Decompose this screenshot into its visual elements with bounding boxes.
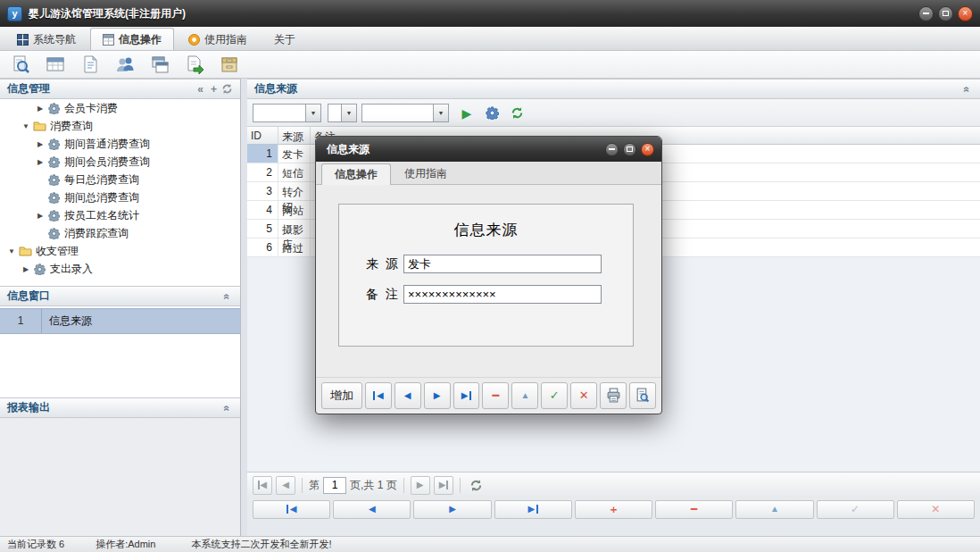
info-window-item-selected[interactable]: 1 信息来源 [0, 308, 240, 334]
tree-item-consume-track-query[interactable]: 消费跟踪查询 [0, 224, 240, 242]
tree-item-daily-total-query[interactable]: 每日总消费查询 [0, 171, 240, 188]
source-input[interactable] [403, 255, 602, 273]
expand-arrow-icon[interactable]: ▶ [34, 105, 46, 113]
delete-record-button[interactable]: ━ [655, 500, 733, 519]
dialog-first-button[interactable]: ◀ [365, 382, 392, 409]
filter-field-combo[interactable]: ▼ [253, 104, 321, 122]
dialog-tab-user-guide[interactable]: 使用指南 [391, 163, 461, 184]
query-icon [46, 227, 62, 239]
page-input[interactable] [323, 477, 346, 494]
tree-item-consume-query[interactable]: ▼ 消费查询 [0, 117, 240, 135]
dialog-print-button[interactable] [600, 382, 627, 409]
reload-page-button[interactable] [467, 476, 486, 495]
dialog-close-button[interactable]: × [641, 143, 654, 156]
refresh-icon[interactable] [220, 82, 234, 96]
cell-id: 4 [247, 201, 278, 219]
last-page-button[interactable]: ▶ [434, 476, 453, 495]
prev-page-button[interactable]: ◀ [276, 476, 295, 495]
dialog-prev-button[interactable]: ◀ [394, 382, 421, 409]
tree-item-label: 按员工姓名统计 [64, 208, 139, 223]
nav-next-button[interactable]: ▶ [413, 500, 491, 519]
tree-item-label: 消费查询 [50, 119, 93, 134]
archive-button[interactable] [218, 53, 241, 76]
row-label: 信息来源 [42, 314, 92, 329]
cell-id: 6 [247, 238, 278, 256]
dialog-title: 信息来源 [327, 142, 370, 157]
tab-about[interactable]: 关于 [262, 28, 308, 50]
tree-item-by-staff-stats[interactable]: ▶ 按员工姓名统计 [0, 206, 240, 224]
dialog-minimize-button[interactable] [605, 143, 619, 156]
dialog-confirm-button[interactable]: ✓ [541, 382, 568, 409]
separator [302, 478, 303, 493]
dialog-print-preview-button[interactable] [629, 382, 656, 409]
export-button[interactable] [183, 53, 206, 76]
tree-item-period-member-query[interactable]: ▶ 期间会员消费查询 [0, 153, 240, 171]
nav-first-button[interactable]: ◀ [253, 500, 330, 519]
nav-last-button[interactable]: ▶ [494, 500, 572, 519]
add-record-button[interactable]: ＋ [575, 500, 652, 519]
tree-item-expense-entry[interactable]: ▶ 支出录入 [0, 260, 240, 278]
x-icon: ✕ [931, 503, 940, 515]
expand-arrow-icon[interactable]: ▶ [34, 212, 46, 220]
next-page-button[interactable]: ▶ [411, 476, 430, 495]
x-icon: ✕ [579, 389, 589, 402]
dialog-next-button[interactable]: ▶ [424, 382, 451, 409]
dialog-cancel-button[interactable]: ✕ [570, 382, 597, 409]
chevron-down-icon: ▼ [433, 105, 448, 121]
grid-col-source[interactable]: 来源 [278, 127, 311, 144]
collapse-left-icon[interactable]: « [194, 82, 207, 96]
dialog-delete-button[interactable]: ━ [482, 382, 509, 409]
nav-grid-icon [17, 34, 29, 46]
minimize-button[interactable] [918, 6, 934, 21]
expand-arrow-icon[interactable]: ▶ [34, 158, 46, 166]
collapse-arrow-icon[interactable]: ▼ [20, 122, 32, 130]
tree-item-period-normal-query[interactable]: ▶ 期间普通消费查询 [0, 135, 240, 153]
add-icon[interactable]: + [207, 82, 220, 96]
query-icon [32, 263, 47, 275]
tab-system-nav[interactable]: 系统导航 [4, 28, 88, 50]
collapse-panel-button[interactable]: « [960, 82, 974, 96]
tab-info-operation[interactable]: 信息操作 [90, 28, 174, 50]
tab-user-guide[interactable]: 使用指南 [176, 28, 260, 50]
confirm-button[interactable]: ✓ [817, 500, 894, 519]
tree-item-period-total-query[interactable]: 期间总消费查询 [0, 188, 240, 206]
cancel-button[interactable]: ✕ [897, 500, 975, 519]
note-input[interactable] [403, 285, 602, 304]
grid-col-id[interactable]: ID [247, 127, 278, 144]
dialog-edit-button[interactable]: ▲ [511, 382, 538, 409]
folder-icon [32, 120, 47, 132]
dialog-add-button[interactable]: 增加 [321, 382, 362, 409]
cell-id: 3 [247, 182, 278, 200]
form-heading: 信息来源 [339, 220, 633, 240]
nav-prev-button[interactable]: ◀ [333, 500, 411, 519]
dialog-maximize-button[interactable] [623, 143, 636, 156]
document-button[interactable] [79, 53, 102, 76]
windows-button[interactable] [148, 53, 171, 76]
collapse-section-button[interactable]: « [220, 289, 234, 303]
data-grid-button[interactable] [44, 53, 67, 76]
dialog-tab-info-operation[interactable]: 信息操作 [321, 163, 391, 185]
collapse-arrow-icon[interactable]: ▼ [5, 247, 18, 255]
edit-record-button[interactable]: ▲ [735, 500, 813, 519]
expand-arrow-icon[interactable]: ▶ [34, 140, 46, 148]
close-button[interactable]: × [958, 6, 973, 21]
expand-arrow-icon[interactable]: ▶ [20, 265, 32, 273]
tree-item-member-card-consume[interactable]: ▶ 会员卡消费 [0, 99, 240, 117]
panel-splitter[interactable] [241, 79, 247, 536]
tree-item-label: 每日总消费查询 [64, 172, 139, 188]
filter-settings-button[interactable] [482, 104, 502, 122]
tree-item-income-expense-mgmt[interactable]: ▼ 收支管理 [0, 242, 240, 260]
cell-source: 路过 [278, 238, 311, 256]
filter-operator-combo[interactable]: ▼ [328, 104, 357, 122]
filter-value-combo[interactable]: ▼ [361, 104, 449, 122]
maximize-button[interactable] [938, 6, 953, 21]
tree-item-label: 支出录入 [50, 262, 93, 277]
first-page-button[interactable]: ◀ [253, 476, 272, 495]
info-mgmt-header: 信息管理 « + [0, 79, 240, 99]
collapse-section-button[interactable]: « [220, 401, 234, 414]
refresh-grid-button[interactable] [507, 104, 527, 122]
dialog-last-button[interactable]: ▶ [453, 382, 480, 409]
query-search-button[interactable] [9, 53, 32, 76]
run-filter-button[interactable]: ▶ [457, 104, 477, 122]
users-button[interactable] [113, 53, 137, 76]
